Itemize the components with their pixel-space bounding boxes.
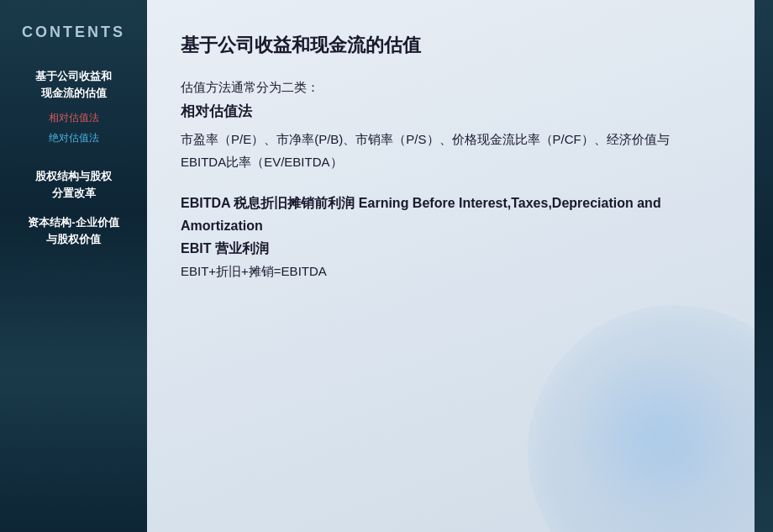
right-panel <box>755 0 773 532</box>
ebitda-line3: EBIT+折旧+摊销=EBITDA <box>181 260 713 282</box>
ebitda-line1: EBITDA 税息折旧摊销前利润 Earning Before Interest… <box>181 192 713 237</box>
ebitda-line2: EBIT 营业利润 <box>181 237 713 260</box>
sidebar-item-absolute-valuation[interactable]: 绝对估值法 <box>0 128 147 148</box>
sidebar-item-valuation[interactable]: 基于公司收益和现金流的估值 <box>0 61 147 108</box>
section-intro: 估值方法通常分为二类： 相对估值法 市盈率（P/E）、市净率(P/B)、市销率（… <box>181 76 713 173</box>
page-title: 基于公司收益和现金流的估值 <box>181 34 713 58</box>
sidebar-item-equity-structure[interactable]: 股权结构与股权分置改革 <box>0 161 147 208</box>
ebitda-section: EBITDA 税息折旧摊销前利润 Earning Before Interest… <box>181 192 713 283</box>
sidebar: CONTENTS 基于公司收益和现金流的估值 相对估值法 绝对估值法 股权结构与… <box>0 0 147 532</box>
sidebar-item-relative-valuation[interactable]: 相对估值法 <box>0 108 147 128</box>
sidebar-nav: 基于公司收益和现金流的估值 相对估值法 绝对估值法 股权结构与股权分置改革 资本… <box>0 61 147 254</box>
intro-text: 估值方法通常分为二类： <box>181 76 713 98</box>
main-content-area: 基于公司收益和现金流的估值 估值方法通常分为二类： 相对估值法 市盈率（P/E）… <box>147 0 755 532</box>
section1-body: 市盈率（P/E）、市净率(P/B)、市销率（P/S）、价格现金流比率（P/CF）… <box>181 128 713 173</box>
sidebar-item-capital-structure[interactable]: 资本结构-企业价值与股权价值 <box>0 208 147 254</box>
section1-heading: 相对估值法 <box>181 101 713 123</box>
sidebar-contents-label: CONTENTS <box>22 24 125 41</box>
